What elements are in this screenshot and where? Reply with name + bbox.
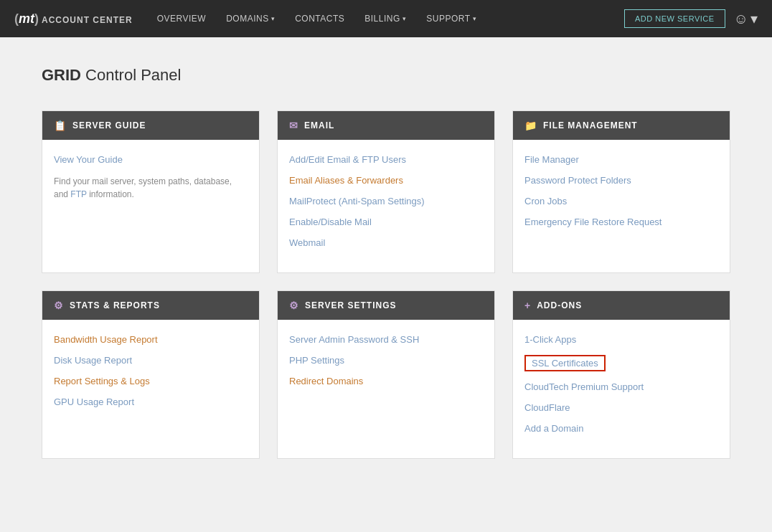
panel-title-server-settings: SERVER SETTINGS <box>305 300 396 310</box>
link-redirect-domains[interactable]: Redirect Domains <box>289 376 483 386</box>
panel-body-addons: 1-Click Apps SSL Certificates CloudTech … <box>513 320 730 458</box>
panel-header-file-mgmt: 📁 FILE MANAGEMENT <box>513 111 730 140</box>
file-mgmt-icon: 📁 <box>524 120 537 131</box>
nav-support[interactable]: SUPPORT ▾ <box>416 0 486 37</box>
panel-body-email: Add/Edit Email & FTP Users Email Aliases… <box>278 140 494 272</box>
panel-stats-reports: ⚙ STATS & REPORTS Bandwidth Usage Report… <box>42 290 260 459</box>
link-cloudflare[interactable]: CloudFlare <box>524 402 718 413</box>
email-icon: ✉ <box>289 120 298 131</box>
panel-header-stats: ⚙ STATS & REPORTS <box>42 291 259 320</box>
link-email-aliases[interactable]: Email Aliases & Forwarders <box>289 175 483 186</box>
panel-body-file-mgmt: File Manager Password Protect Folders Cr… <box>513 140 730 269</box>
nav-overview[interactable]: OVERVIEW <box>147 0 216 37</box>
panel-title-addons: ADD-ONS <box>537 300 582 310</box>
panel-title-file-mgmt: FILE MANAGEMENT <box>543 120 638 130</box>
panel-header-server-settings: ⚙ SERVER SETTINGS <box>278 291 494 320</box>
panel-body-stats: Bandwidth Usage Report Disk Usage Report… <box>42 320 259 449</box>
link-mailprotect[interactable]: MailProtect (Anti-Spam Settings) <box>289 196 483 206</box>
billing-arrow: ▾ <box>403 15 407 22</box>
server-guide-icon: 📋 <box>54 120 67 131</box>
logo-account-center: ACCOUNT CENTER <box>42 15 133 25</box>
link-file-manager[interactable]: File Manager <box>524 154 718 165</box>
nav-contacts[interactable]: CONTACTS <box>285 0 354 37</box>
panel-server-guide: 📋 SERVER GUIDE View Your Guide Find your… <box>42 110 260 273</box>
panel-server-settings: ⚙ SERVER SETTINGS Server Admin Password … <box>277 290 495 459</box>
link-cloudtech[interactable]: CloudTech Premium Support <box>524 381 718 392</box>
panel-title-email: EMAIL <box>304 120 334 130</box>
server-settings-icon: ⚙ <box>289 300 299 311</box>
link-server-admin[interactable]: Server Admin Password & SSH <box>289 334 483 345</box>
link-view-guide[interactable]: View Your Guide <box>54 154 248 165</box>
server-guide-desc: Find your mail server, system paths, dat… <box>54 175 248 201</box>
user-icon: ☺ <box>734 11 748 27</box>
panel-header-email: ✉ EMAIL <box>278 111 494 140</box>
navbar: (mt)ACCOUNT CENTER OVERVIEW DOMAINS ▾ CO… <box>0 0 772 37</box>
stats-icon: ⚙ <box>54 300 64 311</box>
panel-addons: + ADD-ONS 1-Click Apps SSL Certificates … <box>512 290 730 459</box>
link-bandwidth[interactable]: Bandwidth Usage Report <box>54 334 248 345</box>
logo-mt: mt <box>19 11 34 26</box>
panel-title-server-guide: SERVER GUIDE <box>72 120 146 130</box>
page-content: GRID Control Panel 📋 SERVER GUIDE View Y… <box>27 37 745 488</box>
link-webmail[interactable]: Webmail <box>289 237 483 248</box>
panel-body-server-guide: View Your Guide Find your mail server, s… <box>42 140 259 269</box>
nav-links: OVERVIEW DOMAINS ▾ CONTACTS BILLING ▾ SU… <box>147 0 624 37</box>
link-emergency-restore[interactable]: Emergency File Restore Request <box>524 217 718 227</box>
support-arrow: ▾ <box>473 15 477 22</box>
panel-header-addons: + ADD-ONS <box>513 291 730 320</box>
panels-grid: 📋 SERVER GUIDE View Your Guide Find your… <box>42 110 730 459</box>
logo[interactable]: (mt)ACCOUNT CENTER <box>14 11 133 27</box>
nav-right: ADD NEW SERVICE ☺ ▾ <box>624 9 758 28</box>
nav-domains[interactable]: DOMAINS ▾ <box>216 0 285 37</box>
link-add-domain[interactable]: Add a Domain <box>524 423 718 434</box>
link-gpu-usage[interactable]: GPU Usage Report <box>54 396 248 407</box>
panel-header-server-guide: 📋 SERVER GUIDE <box>42 111 259 140</box>
link-cron-jobs[interactable]: Cron Jobs <box>524 196 718 206</box>
add-service-button[interactable]: ADD NEW SERVICE <box>624 9 725 28</box>
user-menu[interactable]: ☺ ▾ <box>734 10 758 27</box>
link-password-protect[interactable]: Password Protect Folders <box>524 175 718 186</box>
link-report-settings[interactable]: Report Settings & Logs <box>54 376 248 386</box>
logo-bracket-close: ) <box>34 11 39 26</box>
addons-icon: + <box>524 300 531 311</box>
link-1click-apps[interactable]: 1-Click Apps <box>524 334 718 345</box>
panel-title-stats: STATS & REPORTS <box>70 300 160 310</box>
link-disk-usage[interactable]: Disk Usage Report <box>54 355 248 366</box>
link-ssl-certificates[interactable]: SSL Certificates <box>524 355 606 371</box>
panel-email: ✉ EMAIL Add/Edit Email & FTP Users Email… <box>277 110 495 273</box>
link-enable-disable-mail[interactable]: Enable/Disable Mail <box>289 217 483 227</box>
ftp-link[interactable]: FTP <box>70 189 86 199</box>
page-title: GRID Control Panel <box>42 66 730 85</box>
panel-file-management: 📁 FILE MANAGEMENT File Manager Password … <box>512 110 730 273</box>
user-dropdown-arrow: ▾ <box>750 10 758 27</box>
link-php-settings[interactable]: PHP Settings <box>289 355 483 366</box>
nav-billing[interactable]: BILLING ▾ <box>354 0 416 37</box>
link-add-edit-email[interactable]: Add/Edit Email & FTP Users <box>289 154 483 165</box>
panel-body-server-settings: Server Admin Password & SSH PHP Settings… <box>278 320 494 449</box>
domains-arrow: ▾ <box>271 15 276 22</box>
